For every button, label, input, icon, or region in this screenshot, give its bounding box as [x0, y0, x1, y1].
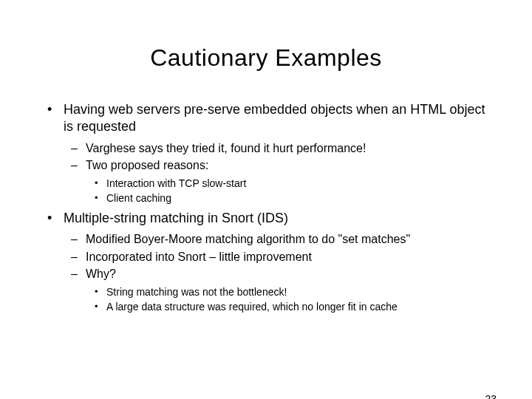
sub-item: Modified Boyer-Moore matching algorithm …: [64, 231, 489, 248]
bullet-text: Multiple-string matching in Snort (IDS): [64, 211, 288, 225]
slide-title: Cautionary Examples: [0, 44, 532, 72]
subsub-item: Interaction with TCP slow-start: [86, 177, 489, 191]
sub-text: Varghese says they tried it, found it hu…: [86, 142, 366, 154]
sub-text: Two proposed reasons:: [86, 159, 208, 171]
subsub-list: String matching was not the bottleneck! …: [86, 285, 489, 314]
subsub-text: Client caching: [106, 192, 171, 204]
subsub-text: Interaction with TCP slow-start: [106, 177, 246, 189]
bullet-item: Having web servers pre-serve embedded ob…: [43, 101, 489, 205]
sub-item: Incorporated into Snort – little improve…: [64, 249, 489, 265]
bullet-list: Having web servers pre-serve embedded ob…: [43, 101, 489, 314]
sub-item: Varghese says they tried it, found it hu…: [64, 140, 489, 157]
sub-text: Why?: [86, 267, 116, 280]
subsub-list: Interaction with TCP slow-start Client c…: [86, 177, 489, 205]
sub-list: Modified Boyer-Moore matching algorithm …: [64, 231, 489, 314]
subsub-item: String matching was not the bottleneck!: [86, 285, 489, 299]
subsub-item: Client caching: [86, 191, 489, 205]
sub-text: Incorporated into Snort – little improve…: [86, 250, 312, 263]
slide-content: Having web servers pre-serve embedded ob…: [0, 101, 532, 314]
sub-text: Modified Boyer-Moore matching algorithm …: [86, 233, 410, 245]
sub-item: Why? String matching was not the bottlen…: [64, 266, 489, 313]
bullet-item: Multiple-string matching in Snort (IDS) …: [43, 210, 489, 314]
sub-item: Two proposed reasons: Interaction with T…: [64, 157, 489, 205]
slide: Cautionary Examples Having web servers p…: [0, 44, 532, 399]
sub-list: Varghese says they tried it, found it hu…: [64, 140, 489, 205]
bullet-text: Having web servers pre-serve embedded ob…: [64, 102, 485, 134]
subsub-item: A large data structure was required, whi…: [86, 300, 489, 314]
subsub-text: String matching was not the bottleneck!: [106, 286, 287, 298]
subsub-text: A large data structure was required, whi…: [106, 301, 398, 313]
page-number: 23: [485, 393, 497, 399]
